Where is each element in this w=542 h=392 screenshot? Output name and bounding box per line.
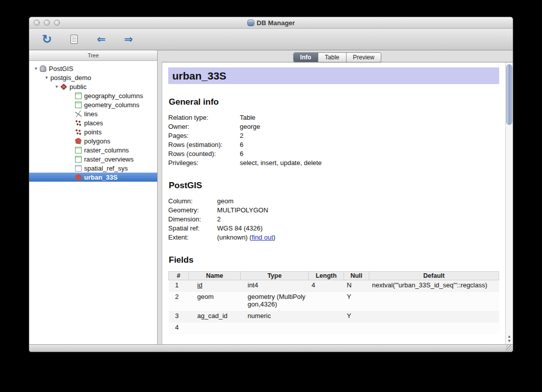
info-row: Relation type: Table	[168, 113, 499, 122]
tree-panel-header: Tree	[29, 50, 157, 61]
tree-item-label: points	[84, 128, 102, 136]
info-row: Rows (estimation): 6	[168, 140, 499, 149]
field-row: 4	[169, 323, 499, 334]
table-icon	[75, 102, 82, 108]
polygons-layer-icon	[75, 138, 82, 144]
postgis-icon	[40, 65, 46, 72]
find-out-link[interactable]: find out	[252, 233, 274, 241]
disclosure-triangle-icon[interactable]: ▼	[33, 66, 39, 71]
tree-item-postgis-demo[interactable]: ▼ postgis_demo	[29, 73, 157, 82]
disclosure-triangle-icon[interactable]: ▼	[54, 85, 59, 89]
fields-table: # Name Type Length Null Default	[168, 271, 499, 334]
close-button[interactable]	[34, 20, 40, 26]
field-row: 2 geom geometry (MultiPolygon,4326) Y	[169, 292, 499, 311]
window-bottom-bar	[29, 344, 513, 352]
table-icon	[75, 156, 82, 163]
info-row: Privileges: select, insert, update, dele…	[168, 159, 499, 168]
column-header: Name	[189, 272, 241, 280]
tree-item-places[interactable]: places	[29, 118, 157, 127]
info-row: Owner: george	[168, 122, 499, 131]
extent-value-close: )	[273, 233, 275, 241]
general-info-section: Relation type: Table Owner: george Pages…	[168, 113, 499, 168]
detail-panel: Info Table Preview urban_33S General inf…	[162, 50, 513, 344]
column-header: #	[169, 272, 189, 280]
lines-layer-icon	[75, 111, 82, 117]
scroll-up-icon[interactable]: ▲	[506, 334, 513, 339]
window-title: DB Manager	[247, 19, 295, 27]
tab-info[interactable]: Info	[294, 53, 318, 62]
info-content: urban_33S General info Relation type: Ta…	[162, 62, 505, 344]
tree-item-public[interactable]: ▼ public	[29, 82, 157, 91]
tab-preview[interactable]: Preview	[347, 53, 381, 62]
import-layer-button[interactable]: ⇐	[93, 31, 110, 48]
db-manager-window: DB Manager ↻ ⇐ ⇒ Tree	[29, 17, 513, 352]
resize-grip[interactable]	[506, 345, 512, 351]
minimize-button[interactable]	[44, 20, 50, 26]
table-icon	[75, 165, 82, 172]
tree: ▼ PostGIS ▼ postgis_demo ▼ public	[29, 61, 157, 344]
export-to-file-button[interactable]: ⇒	[120, 31, 137, 48]
table-icon	[75, 93, 82, 99]
main-area: Tree ▼ PostGIS ▼ postgis_demo ▼ pub	[29, 50, 513, 344]
sql-window-button[interactable]	[65, 31, 83, 48]
tree-item-label: postgis_demo	[50, 74, 91, 82]
sql-window-icon	[71, 35, 78, 44]
general-info-heading: General info	[169, 97, 499, 107]
tree-item-points[interactable]: points	[29, 127, 157, 136]
vertical-scrollbar[interactable]: ▲ ▼	[505, 62, 513, 344]
tree-item-label: spatial_ref_sys	[84, 165, 128, 172]
column-header: Default	[369, 272, 499, 280]
fields-heading: Fields	[169, 255, 499, 265]
tree-item-geometry-columns[interactable]: geometry_columns	[29, 100, 157, 109]
tab-table[interactable]: Table	[318, 53, 347, 62]
info-row: Column: geom	[168, 197, 499, 206]
object-title: urban_33S	[168, 67, 499, 84]
postgis-heading: PostGIS	[169, 181, 499, 191]
field-row: 1 id int4 4 N nextval('"urban_33S_id_seq…	[169, 280, 499, 292]
tree-item-postgis[interactable]: ▼ PostGIS	[29, 64, 157, 73]
tree-item-label: raster_columns	[84, 146, 129, 154]
table-icon	[75, 147, 82, 153]
scroll-down-icon[interactable]: ▼	[506, 339, 513, 343]
tree-item-lines[interactable]: lines	[29, 109, 157, 118]
info-row: Spatial ref: WGS 84 (4326)	[168, 224, 499, 233]
import-icon: ⇐	[97, 34, 106, 45]
column-header: Null	[344, 272, 369, 280]
tree-item-label: raster_overviews	[84, 155, 133, 163]
desktop: DB Manager ↻ ⇐ ⇒ Tree	[0, 0, 542, 392]
window-title-text: DB Manager	[257, 19, 295, 27]
tree-item-polygons[interactable]: polygons	[29, 136, 157, 145]
polygons-layer-icon	[75, 174, 82, 181]
field-row: 3 ag_cad_id numeric Y	[169, 311, 499, 323]
titlebar[interactable]: DB Manager	[29, 17, 513, 29]
tabs: Info Table Preview	[293, 52, 381, 62]
info-row: Geometry: MULTIPOLYGON	[168, 206, 499, 215]
info-row: Dimension: 2	[168, 215, 499, 224]
points-layer-icon	[75, 129, 82, 135]
tree-panel: Tree ▼ PostGIS ▼ postgis_demo ▼ pub	[29, 50, 158, 344]
schema-icon	[60, 84, 67, 90]
postgis-section: Column: geom Geometry: MULTIPOLYGON Dime…	[168, 197, 499, 242]
refresh-button[interactable]: ↻	[38, 31, 55, 48]
zoom-button[interactable]	[54, 20, 60, 26]
primary-key-field: id	[197, 281, 202, 289]
scrollbar-thumb[interactable]	[506, 64, 512, 125]
tree-item-spatial-ref-sys[interactable]: spatial_ref_sys	[29, 164, 157, 173]
tree-item-urban-33s[interactable]: urban_33S	[29, 173, 157, 182]
tree-item-label: lines	[84, 110, 98, 118]
panel-splitter[interactable]	[158, 50, 162, 344]
refresh-icon: ↻	[42, 33, 52, 45]
tree-item-geography-columns[interactable]: geography_columns	[29, 91, 157, 100]
info-row: Pages: 2	[168, 131, 499, 140]
tree-item-label: PostGIS	[49, 65, 73, 72]
disclosure-triangle-icon[interactable]: ▼	[44, 75, 49, 80]
tree-item-raster-columns[interactable]: raster_columns	[29, 145, 157, 154]
info-panel: urban_33S General info Relation type: Ta…	[162, 62, 513, 344]
info-row-extent: Extent: (unknown) (find out)	[168, 233, 499, 242]
points-layer-icon	[75, 120, 82, 126]
tree-item-label: public	[70, 83, 87, 91]
column-header: Type	[241, 272, 309, 280]
tree-item-raster-overviews[interactable]: raster_overviews	[29, 154, 157, 164]
toolbar: ↻ ⇐ ⇒	[29, 29, 513, 50]
tree-item-label: polygons	[84, 137, 110, 145]
